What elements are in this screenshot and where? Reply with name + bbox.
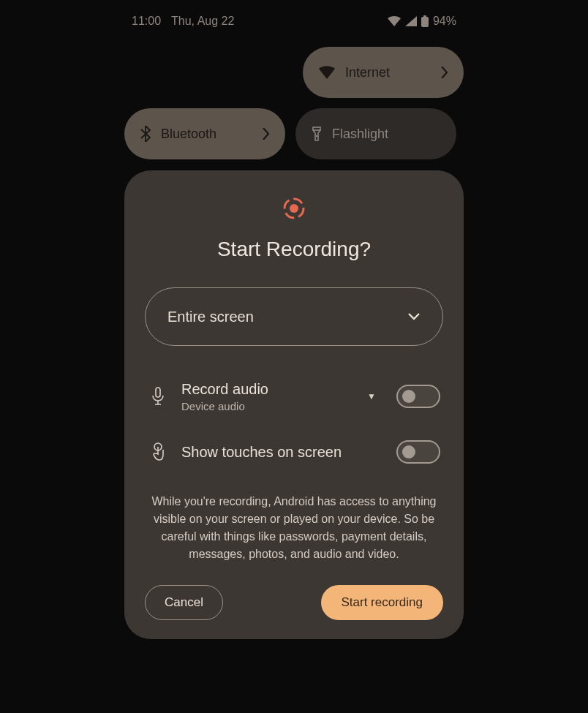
svg-point-3 [316,135,317,137]
internet-tile[interactable]: Internet [303,47,464,98]
phone-screen: 11:00 Thu, Aug 22 94% Internet [124,0,464,713]
chevron-down-icon [407,312,421,321]
option-title: Record audio [181,380,354,399]
tile-label: Bluetooth [161,127,252,142]
wifi-icon [388,16,401,26]
chevron-right-icon [440,67,448,78]
scope-dropdown[interactable]: Entire screen [145,287,443,346]
dropdown-value: Entire screen [167,309,254,325]
dialog-title: Start Recording? [145,238,443,261]
bluetooth-tile[interactable]: Bluetooth [124,108,285,159]
battery-percent: 94% [433,15,456,28]
bluetooth-icon [140,126,151,142]
flashlight-tile[interactable]: Flashlight [295,108,456,159]
wifi-icon [319,66,335,79]
tile-label: Flashlight [332,127,440,142]
caret-down-icon[interactable]: ▼ [367,391,376,401]
record-icon [282,197,306,220]
record-audio-toggle[interactable] [396,385,440,408]
cell-signal-icon [405,16,417,26]
flashlight-icon [312,126,322,142]
start-recording-button[interactable]: Start recording [321,585,444,620]
cancel-button[interactable]: Cancel [145,585,223,620]
button-label: Cancel [165,595,203,610]
option-subtitle: Device audio [181,400,354,412]
record-audio-row[interactable]: Record audio Device audio ▼ [145,372,443,420]
quick-settings-tiles: Internet Bluetooth Flashlight [124,47,464,159]
show-touches-toggle[interactable] [396,440,440,464]
disclaimer-text: While you're recording, Android has acce… [145,484,443,585]
svg-point-5 [290,204,298,213]
chevron-right-icon [262,128,269,140]
screen-record-dialog: Start Recording? Entire screen Record au… [124,170,464,639]
svg-rect-1 [423,15,426,18]
svg-rect-2 [313,127,320,130]
svg-rect-0 [421,17,429,27]
battery-icon [421,15,429,27]
show-touches-row[interactable]: Show touches on screen [145,433,443,471]
tile-label: Internet [345,65,430,80]
button-label: Start recording [342,595,423,610]
svg-rect-6 [156,388,160,397]
status-date: Thu, Aug 22 [171,15,234,28]
status-bar: 11:00 Thu, Aug 22 94% [124,0,464,35]
microphone-icon [148,387,168,406]
option-title: Show touches on screen [181,442,383,461]
touch-icon [148,442,168,461]
status-time: 11:00 [132,15,161,28]
